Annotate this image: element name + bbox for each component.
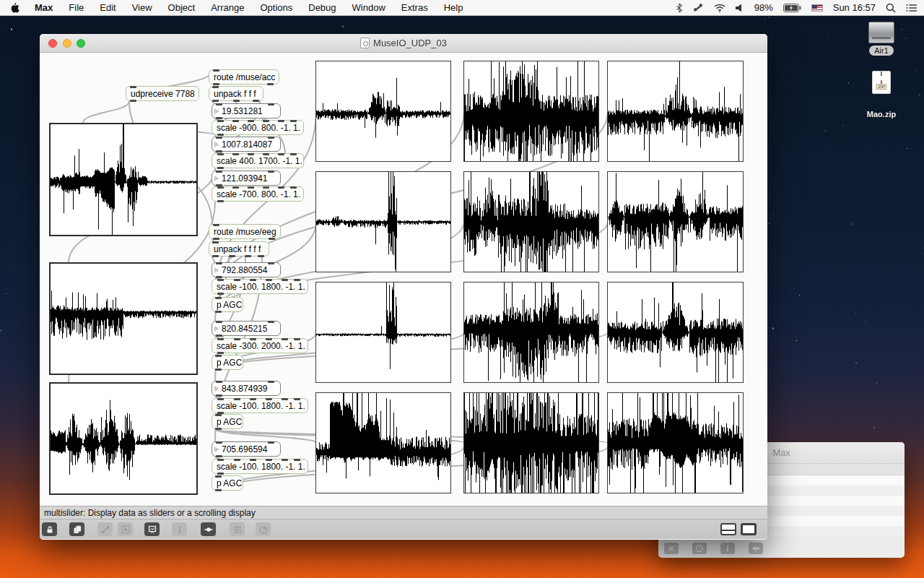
multislider-eeg-r2c2[interactable]: [463, 171, 599, 272]
object-box-10[interactable]: unpack f f f f: [209, 241, 269, 256]
presentation-icon[interactable]: [144, 522, 160, 536]
number-box-20[interactable]: 705.696594: [212, 441, 281, 457]
menu-item-file[interactable]: File: [61, 0, 92, 15]
multislider-acc-x[interactable]: [49, 123, 198, 236]
inlet: [268, 262, 274, 264]
multislider-eeg-r3c1[interactable]: [315, 282, 451, 383]
multislider-eeg-r4c2[interactable]: [463, 392, 599, 493]
inlet: [217, 398, 224, 400]
zoom-button[interactable]: [77, 39, 85, 48]
menu-item-edit[interactable]: Edit: [92, 0, 123, 15]
wifi-icon[interactable]: [714, 4, 725, 12]
patcher-canvas[interactable]: udpreceive 7788route /muse/accunpack f f…: [40, 53, 766, 506]
battery-icon[interactable]: [783, 4, 801, 12]
phone-icon[interactable]: [693, 3, 704, 13]
outlet: [215, 489, 222, 491]
object-box-1[interactable]: route /muse/acc: [209, 69, 279, 85]
number-box-3[interactable]: 19.531281: [212, 103, 281, 118]
us-flag-icon[interactable]: [811, 4, 823, 12]
patcher-titlebar[interactable]: MuseIO_UDP_03: [40, 34, 767, 53]
inlet: [216, 103, 222, 105]
number-box-11[interactable]: 792.880554: [212, 262, 281, 277]
patchcords-icon[interactable]: [97, 522, 113, 536]
grid-icon[interactable]: [230, 522, 245, 536]
multislider-eeg-r3c3[interactable]: [607, 282, 744, 383]
dial-icon[interactable]: [256, 522, 271, 536]
clock-icon[interactable]: [692, 543, 707, 554]
desktop-icon-maozip[interactable]: Mao.zip: [854, 71, 909, 120]
spotlight-icon[interactable]: [886, 3, 896, 13]
number-box-7[interactable]: 121.093941: [212, 171, 281, 186]
menu-item-window[interactable]: Window: [344, 0, 393, 15]
close-icon[interactable]: [664, 543, 679, 554]
multislider-eeg-r1c1[interactable]: [315, 61, 451, 162]
object-box-6[interactable]: scale 400. 1700. -1. 1.: [212, 153, 304, 168]
waveform-canvas: [51, 384, 196, 493]
object-box-2[interactable]: unpack f f f: [209, 86, 263, 101]
multislider-eeg-r2c3[interactable]: [607, 171, 744, 272]
object-box-0[interactable]: udpreceive 7788: [126, 86, 199, 101]
object-text: p AGC: [217, 417, 242, 427]
multislider-eeg-r4c3[interactable]: [607, 392, 744, 493]
outlet: [212, 100, 219, 102]
menu-item-extras[interactable]: Extras: [393, 0, 436, 15]
object-box-13[interactable]: p AGC: [212, 297, 243, 312]
desktop-icon-air1[interactable]: Air1: [854, 22, 909, 56]
object-box-22[interactable]: p AGC: [212, 475, 243, 491]
menu-item-arrange[interactable]: Arrange: [203, 0, 252, 15]
multislider-eeg-r1c2[interactable]: [463, 61, 599, 162]
inlet: [266, 398, 272, 400]
clipboard-icon[interactable]: [69, 522, 84, 536]
number-box-14[interactable]: 820.845215: [212, 321, 281, 336]
multislider-acc-y[interactable]: [49, 262, 198, 375]
outlet: [216, 455, 222, 457]
number-box-17[interactable]: 843.874939: [212, 381, 281, 396]
object-text: unpack f f f: [214, 89, 256, 99]
object-box-21[interactable]: scale -100. 1800. -1. 1.: [212, 459, 308, 474]
inlet: [282, 338, 288, 340]
multislider-eeg-r2c1[interactable]: [315, 171, 451, 272]
waveform-canvas: [316, 393, 450, 493]
lock-icon[interactable]: [42, 522, 57, 536]
menu-item-view[interactable]: View: [124, 0, 160, 15]
inlet: [213, 69, 219, 72]
notification-center-icon[interactable]: [906, 4, 917, 12]
menu-item-debug[interactable]: Debug: [300, 0, 344, 15]
waveform-canvas: [316, 282, 450, 382]
apple-icon[interactable]: [0, 0, 27, 15]
bluetooth-icon[interactable]: [676, 3, 683, 13]
multislider-eeg-r3c2[interactable]: [463, 282, 599, 383]
menu-item-options[interactable]: Options: [252, 0, 300, 15]
object-box-16[interactable]: p AGC: [212, 355, 243, 370]
menu-clock[interactable]: Sun 16:57: [833, 2, 876, 13]
menu-item-object[interactable]: Object: [160, 0, 204, 15]
inlet: [268, 381, 274, 383]
number-box-5[interactable]: 1007.814087: [212, 137, 281, 152]
object-box-8[interactable]: scale -700. 800. -1. 1.: [212, 186, 304, 202]
closebox-icon[interactable]: [118, 522, 133, 536]
outlet: [216, 117, 222, 119]
multislider-eeg-r4c1[interactable]: [315, 392, 451, 493]
inlet: [216, 321, 222, 323]
close-button[interactable]: [48, 39, 57, 48]
multislider-eeg-r1c3[interactable]: [607, 61, 744, 162]
menu-item-max[interactable]: Max: [27, 0, 61, 15]
info-icon[interactable]: [172, 522, 187, 536]
outlet: [130, 100, 136, 102]
split-view-icon[interactable]: [720, 523, 736, 535]
minimize-button[interactable]: [63, 39, 71, 48]
object-box-9[interactable]: route /muse/eeg: [209, 224, 281, 239]
object-box-15[interactable]: scale -300. 2000. -1. 1.: [212, 338, 308, 353]
object-box-12[interactable]: scale -100. 1800. -1. 1.: [212, 279, 308, 294]
signal-icon[interactable]: [201, 522, 216, 536]
object-box-19[interactable]: p AGC: [212, 414, 243, 429]
volume-icon[interactable]: [736, 4, 744, 12]
info-icon[interactable]: [720, 543, 735, 554]
object-box-18[interactable]: scale -100. 1800. -1. 1.: [212, 398, 308, 413]
object-text: 792.880554: [222, 265, 267, 275]
menu-item-help[interactable]: Help: [436, 0, 471, 15]
back-icon[interactable]: [749, 543, 763, 554]
multislider-acc-z[interactable]: [49, 382, 198, 495]
full-view-icon[interactable]: [741, 523, 757, 535]
object-box-4[interactable]: scale -900. 800. -1. 1.: [212, 120, 304, 135]
